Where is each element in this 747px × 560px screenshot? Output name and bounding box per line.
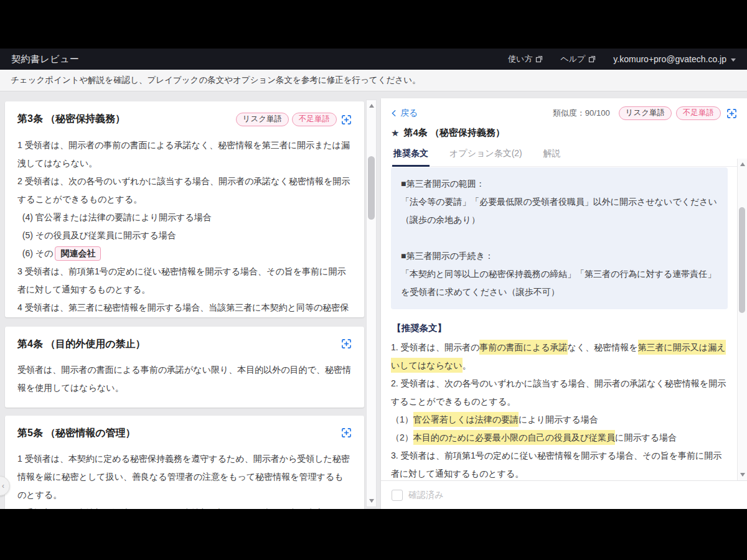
main-area: 第3条 （秘密保持義務） リスク単語不足単語 1 受領者は、開示者の事前の書面に… <box>0 91 747 509</box>
article-badges: リスク単語不足単語 <box>236 113 337 126</box>
scroll-up-arrow[interactable] <box>738 160 747 169</box>
confirmed-checkbox-label: 確認済み <box>408 490 443 501</box>
status-badge: 不足単語 <box>676 106 721 120</box>
usage-link[interactable]: 使い方 <box>508 54 543 65</box>
expand-icon[interactable] <box>341 338 352 349</box>
article-title: 第4条 （目的外使用の禁止） <box>17 338 146 351</box>
scrollbar-thumb[interactable] <box>368 156 375 220</box>
status-badge: リスク単語 <box>619 106 672 120</box>
detail-content: ■第三者開示の範囲：「法令等の要請」「必要最低限の受領者役職員」以外に開示させな… <box>381 159 738 480</box>
status-badge: 不足単語 <box>292 113 337 126</box>
article-title: 第5条 （秘密情報の管理） <box>17 427 136 440</box>
chevron-left-icon <box>391 110 397 117</box>
scroll-down-arrow[interactable] <box>738 470 747 479</box>
detail-panel: 戻る 類似度：90/100 リスク単語不足単語 ★ 第4条 （秘密保持義務） <box>381 98 747 509</box>
chevron-left-icon: ‹ <box>2 482 4 490</box>
scroll-up-arrow[interactable] <box>367 101 376 110</box>
similarity-score: 類似度：90/100 <box>553 108 610 119</box>
article-card-3[interactable]: 第3条 （秘密保持義務） リスク単語不足単語 1 受領者は、開示者の事前の書面に… <box>5 101 364 317</box>
recommended-clause-text: 1. 受領者は、開示者の事前の書面による承諾なく、秘密情報を第三者に開示又は漏え… <box>391 338 728 480</box>
article-card-4[interactable]: 第4条 （目的外使用の禁止） 受領者は、開示者の書面による事前の承諾がない限り、… <box>5 327 364 408</box>
usage-link-label: 使い方 <box>508 54 532 65</box>
scroll-down-arrow[interactable] <box>367 497 376 505</box>
expand-icon[interactable] <box>341 427 352 438</box>
back-label: 戻る <box>400 108 418 119</box>
expand-icon[interactable] <box>726 108 737 119</box>
article-body: 1 受領者は、開示者の事前の書面による承諾なく、秘密情報を第三者に開示または漏洩… <box>17 136 352 317</box>
scrollbar-thumb[interactable] <box>739 207 745 313</box>
external-link-icon <box>588 55 596 63</box>
recommended-clause-heading: 【推奨条文】 <box>392 322 726 334</box>
help-link-label: ヘルプ <box>560 54 585 65</box>
expand-icon[interactable] <box>341 114 352 125</box>
detail-badges: リスク単語不足単語 <box>619 106 721 120</box>
app-title: 契約書レビュー <box>11 54 80 65</box>
chevron-down-icon <box>731 58 736 62</box>
article-title: 第3条 （秘密保持義務） <box>17 113 125 126</box>
app-window: 契約書レビュー 使い方 ヘルプ y.komuro+pro@gvatech.co.… <box>0 49 747 509</box>
favorite-star-icon[interactable]: ★ <box>391 128 399 138</box>
status-badge: リスク単語 <box>236 113 289 126</box>
checkpoint-box: ■第三者開示の範囲：「法令等の要請」「必要最低限の受領者役職員」以外に開示させな… <box>391 167 728 309</box>
detail-footer: 確認済み <box>381 480 747 509</box>
app-header: 契約書レビュー 使い方 ヘルプ y.komuro+pro@gvatech.co.… <box>0 49 747 70</box>
article-body: 受領者は、開示者の書面による事前の承諾がない限り、本目的以外の目的で、秘密情報を… <box>17 361 352 397</box>
article-card-5[interactable]: 第5条 （秘密情報の管理） 1 受領者は、本契約に定める秘密保持義務を遵守するた… <box>5 416 364 509</box>
instruction-text: チェックポイントや解説を確認し、プレイブックの条文やオプション条文を参考に修正を… <box>11 75 420 86</box>
help-link[interactable]: ヘルプ <box>560 54 596 65</box>
external-link-icon <box>535 55 543 63</box>
confirmed-checkbox[interactable] <box>392 490 403 501</box>
account-menu[interactable]: y.komuro+pro@gvatech.co.jp <box>613 54 736 64</box>
instruction-bar: チェックポイントや解説を確認し、プレイブックの条文やオプション条文を参考に修正を… <box>0 70 747 91</box>
detail-scrollbar[interactable] <box>737 159 747 480</box>
back-button[interactable]: 戻る <box>391 108 418 119</box>
detail-header: 戻る 類似度：90/100 リスク単語不足単語 ★ 第4条 （秘密保持義務） <box>381 98 747 167</box>
article-body: 1 受領者は、本契約に定める秘密保持義務を遵守するため、開示者から受領した秘密情… <box>17 450 352 509</box>
left-scrollbar[interactable] <box>366 100 377 507</box>
account-email: y.komuro+pro@gvatech.co.jp <box>613 54 726 64</box>
detail-article-title: 第4条 （秘密保持義務） <box>403 127 505 139</box>
